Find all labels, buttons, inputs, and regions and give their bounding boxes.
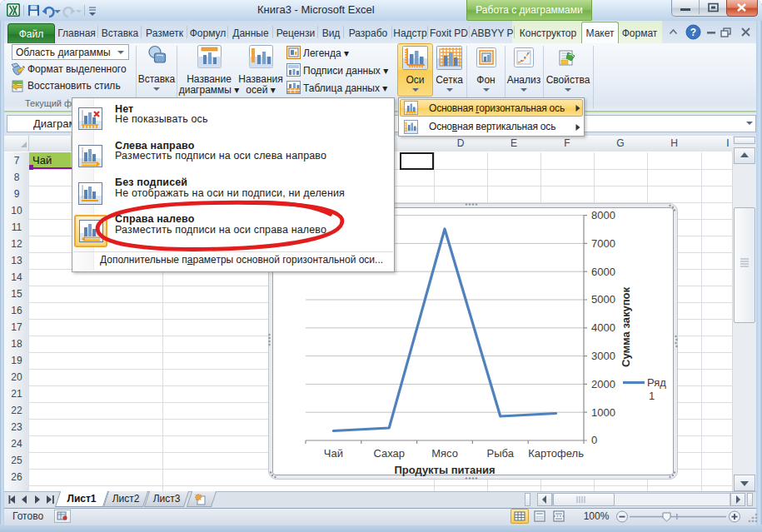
svg-text:8000: 8000 [591, 209, 615, 221]
svg-text:Чай: Чай [324, 447, 343, 460]
svg-text:1000: 1000 [591, 406, 615, 419]
svg-text:Мясо: Мясо [431, 447, 458, 460]
svg-text:0: 0 [591, 434, 597, 446]
svg-text:7000: 7000 [591, 237, 615, 250]
svg-text:1: 1 [649, 390, 655, 402]
svg-text:?: ? [690, 27, 696, 38]
svg-text:Рыба: Рыба [487, 447, 515, 460]
svg-text:3000: 3000 [591, 350, 615, 362]
svg-text:2000: 2000 [591, 378, 615, 390]
svg-text:Сахар: Сахар [373, 447, 405, 460]
svg-text:Сумма закупок: Сумма закупок [620, 287, 632, 367]
svg-text:5000: 5000 [591, 293, 615, 306]
svg-text:4000: 4000 [591, 321, 615, 334]
svg-text:Ряд: Ряд [647, 376, 666, 389]
svg-text:Продукты питания: Продукты питания [394, 464, 495, 476]
svg-text:6000: 6000 [591, 266, 615, 278]
svg-text:Картофель: Картофель [528, 447, 584, 460]
